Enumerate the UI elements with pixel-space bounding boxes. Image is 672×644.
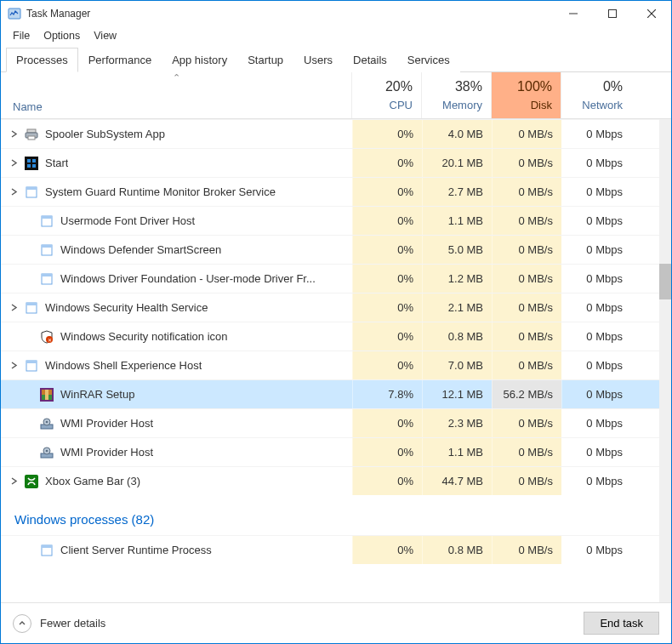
table-row[interactable]: ✕Windows Security notification icon0%0.8… [1,322,671,350]
window-title: Task Manager [26,8,90,20]
table-row[interactable]: Usermode Font Driver Host0%1.1 MB0 MB/s0… [1,206,671,235]
menubar: File Options View [1,26,671,47]
tab-users[interactable]: Users [293,48,343,72]
table-row[interactable]: WMI Provider Host0%1.1 MB0 MB/s0 Mbps [1,437,671,466]
table-row[interactable]: Windows Driver Foundation - User-mode Dr… [1,264,671,293]
cell-disk: 0 MB/s [492,351,561,379]
cell-net: 0 Mbps [561,438,631,466]
cell-mem: 2.7 MB [422,178,492,206]
cell-mem: 44.7 MB [422,467,492,495]
column-header-name[interactable]: ⌃ Name [1,72,352,118]
cell-cpu: 0% [352,207,422,235]
app-window-icon [40,272,54,286]
close-button[interactable] [632,1,671,26]
process-name: Windows Defender SmartScreen [60,243,221,256]
start-tile-icon [25,157,38,170]
expand-chevron-icon[interactable] [8,362,20,369]
process-name: Windows Shell Experience Host [45,359,202,372]
table-row[interactable]: Windows Shell Experience Host0%7.0 MB0 M… [1,350,671,379]
process-list[interactable]: Spooler SubSystem App0%4.0 MB0 MB/s0 Mbp… [1,119,671,602]
menu-view[interactable]: View [87,28,123,43]
disk-label: Disk [531,97,552,114]
cell-cpu: 0% [352,178,422,206]
table-row[interactable]: Start0%20.1 MB0 MB/s0 Mbps [1,148,671,177]
svg-rect-8 [25,157,38,170]
table-row[interactable]: Windows Security Health Service0%2.1 MB0… [1,293,671,322]
cell-cpu: 0% [352,467,422,495]
cell-cpu: 7.8% [352,380,422,408]
expand-chevron-icon[interactable] [8,477,20,485]
cell-cpu: 0% [352,120,422,148]
tab-app-history[interactable]: App history [162,48,237,72]
process-name: Xbox Game Bar (3) [45,475,140,487]
cell-net: 0 Mbps [561,120,631,148]
expand-chevron-icon[interactable] [8,159,20,167]
svg-rect-5 [27,129,36,133]
cell-disk: 0 MB/s [492,438,561,466]
column-header-memory[interactable]: 38% Memory [422,72,492,118]
winrar-icon [40,388,54,402]
cell-disk: 0 MB/s [492,467,561,495]
cell-mem: 1.1 MB [422,438,492,466]
tab-services[interactable]: Services [397,48,460,72]
cell-mem: 0.8 MB [422,322,492,350]
cell-disk: 0 MB/s [492,265,561,293]
menu-options[interactable]: Options [37,28,87,43]
shield-alert-icon: ✕ [40,330,54,344]
column-headers: ⌃ Name 20% CPU 38% Memory 100% Disk 0% N… [1,72,671,119]
end-task-button[interactable]: End task [584,612,659,635]
collapse-details-icon[interactable] [13,614,31,633]
scrollbar-thumb[interactable] [659,264,671,299]
minimize-button[interactable] [554,1,593,26]
column-header-network[interactable]: 0% Network [561,72,631,118]
table-row[interactable]: WinRAR Setup7.8%12.1 MB56.2 MB/s0 Mbps [1,379,671,408]
process-name: WinRAR Setup [60,388,134,401]
cpu-percent: 20% [385,77,413,97]
process-name: Windows Driver Foundation - User-mode Dr… [60,272,316,285]
cell-disk: 0 MB/s [492,536,561,564]
network-percent: 0% [603,77,623,97]
cell-mem: 5.0 MB [422,236,492,264]
table-row[interactable]: Xbox Game Bar (3)0%44.7 MB0 MB/s0 Mbps [1,466,671,495]
sort-ascending-icon: ⌃ [173,72,180,83]
process-name: Usermode Font Driver Host [60,214,195,227]
fewer-details-label[interactable]: Fewer details [40,617,105,630]
cell-net: 0 Mbps [561,322,631,350]
scrollbar-track[interactable] [659,119,671,602]
memory-label: Memory [442,97,482,114]
cell-net: 0 Mbps [561,149,631,177]
menu-file[interactable]: File [6,28,37,43]
maximize-button[interactable] [593,1,632,26]
process-name: System Guard Runtime Monitor Broker Serv… [45,185,276,198]
expand-chevron-icon[interactable] [8,188,20,196]
table-row[interactable]: System Guard Runtime Monitor Broker Serv… [1,177,671,206]
table-row[interactable]: Spooler SubSystem App0%4.0 MB0 MB/s0 Mbp… [1,119,671,148]
cell-disk: 0 MB/s [492,207,561,235]
expand-chevron-icon[interactable] [8,130,20,138]
footer: Fewer details End task [1,602,671,643]
cell-disk: 0 MB/s [492,322,561,350]
svg-rect-39 [42,545,52,548]
cell-mem: 0.8 MB [422,536,492,564]
tab-startup[interactable]: Startup [237,48,293,72]
tab-performance[interactable]: Performance [78,48,162,72]
app-window-icon [40,243,54,257]
group-heading-windows-processes: Windows processes (82) [1,495,671,535]
disk-percent: 100% [517,77,552,97]
tab-processes[interactable]: Processes [6,48,78,72]
column-header-disk[interactable]: 100% Disk [492,72,561,118]
gear-stack-icon [40,446,54,459]
svg-rect-26 [26,361,37,363]
gear-stack-icon [40,417,54,430]
cell-net: 0 Mbps [561,467,631,495]
cell-mem: 4.0 MB [422,120,492,148]
column-header-cpu[interactable]: 20% CPU [352,72,422,118]
table-row[interactable]: WMI Provider Host0%2.3 MB0 MB/s0 Mbps [1,408,671,437]
titlebar: Task Manager [1,1,671,26]
table-row[interactable]: Windows Defender SmartScreen0%5.0 MB0 MB… [1,235,671,264]
app-window-icon [40,544,54,557]
expand-chevron-icon[interactable] [8,304,20,311]
svg-rect-16 [42,216,52,219]
table-row[interactable]: Client Server Runtime Process0%0.8 MB0 M… [1,535,671,564]
tab-details[interactable]: Details [343,48,397,72]
